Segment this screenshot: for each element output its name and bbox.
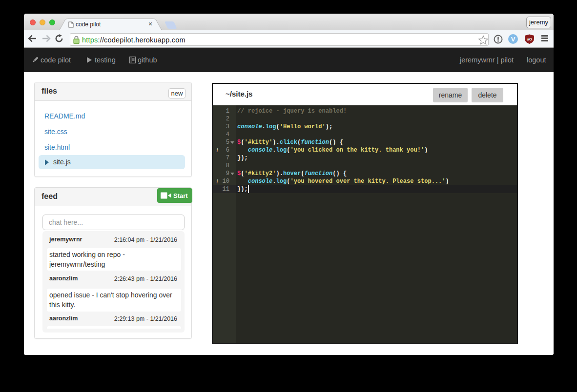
svg-text:uO: uO [527,37,532,41]
svg-text:V: V [511,36,515,43]
